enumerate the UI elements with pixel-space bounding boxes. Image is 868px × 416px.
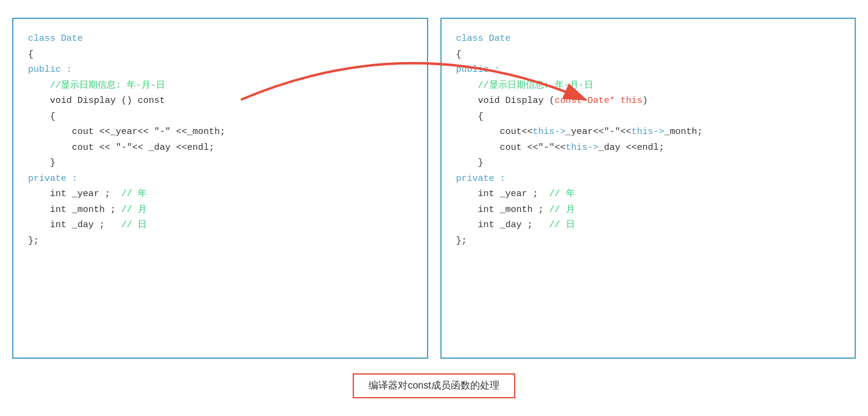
left-line-4: //显示日期信息: 年-月-日 [28, 80, 165, 91]
right-line-11: int _year ; // 年 [456, 189, 575, 199]
left-code-content: class Date { public : //显示日期信息: 年-月-日 vo… [28, 31, 412, 249]
left-line-6: { [28, 111, 55, 122]
left-line-5: void Display () const [28, 96, 165, 106]
right-line-14: }; [456, 236, 467, 246]
right-line-6: { [456, 111, 484, 122]
right-line-10: private : [456, 174, 506, 184]
right-line-8: cout <<"-"<<this->_day <<endl; [456, 143, 665, 153]
left-line-7: cout <<_year<< "-" <<_month; [28, 127, 225, 137]
right-line-7: cout<<this->_year<<"-"<<this->_month; [456, 127, 703, 137]
code-panels: class Date { public : //显示日期信息: 年-月-日 vo… [12, 18, 856, 359]
left-line-1: class Date [28, 33, 83, 44]
right-line-12: int _month ; // 月 [456, 205, 575, 215]
left-line-3: public : [28, 65, 72, 75]
right-line-3: public : [456, 65, 500, 75]
right-line-4: //显示日期信息: 年-月-日 [456, 80, 593, 91]
left-line-10: private : [28, 174, 77, 184]
main-container: class Date { public : //显示日期信息: 年-月-日 vo… [12, 18, 856, 398]
left-line-8: cout << "-"<< _day <<endl; [28, 143, 214, 153]
right-line-13: int _day ; // 日 [456, 220, 575, 230]
left-line-14: }; [28, 236, 39, 246]
left-line-9: } [28, 158, 55, 168]
left-line-12: int _month ; // 月 [28, 205, 147, 215]
caption-text: 编译器对const成员函数的处理 [369, 380, 499, 390]
left-line-11: int _year ; // 年 [28, 189, 147, 199]
right-line-1: class Date [456, 33, 511, 44]
left-code-box: class Date { public : //显示日期信息: 年-月-日 vo… [12, 18, 428, 359]
right-line-2: { [456, 49, 462, 60]
right-line-5: void Display (const Date* this) [456, 96, 648, 106]
left-line-13: int _day ; // 日 [28, 220, 147, 230]
right-code-content: class Date { public : //显示日期信息: 年-月-日 vo… [456, 31, 841, 249]
left-line-2: { [28, 49, 34, 60]
right-line-9: } [456, 158, 484, 168]
right-code-box: class Date { public : //显示日期信息: 年-月-日 vo… [440, 18, 856, 359]
caption-box: 编译器对const成员函数的处理 [353, 373, 515, 398]
